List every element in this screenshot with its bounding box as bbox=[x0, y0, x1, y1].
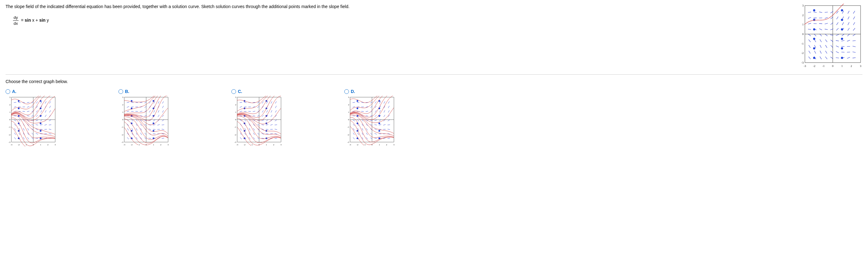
svg-text:1: 1 bbox=[841, 64, 843, 68]
svg-line-274 bbox=[145, 133, 146, 135]
svg-line-416 bbox=[271, 110, 272, 112]
svg-line-485 bbox=[366, 133, 368, 135]
svg-line-528 bbox=[384, 101, 385, 104]
svg-line-294 bbox=[153, 125, 156, 125]
eq-y: y bbox=[45, 18, 49, 23]
svg-text:1: 1 bbox=[9, 111, 10, 113]
choice-a: A. -3-3-2-2-1-100112233 bbox=[6, 89, 57, 147]
svg-line-396 bbox=[262, 120, 264, 121]
svg-line-86 bbox=[848, 22, 849, 25]
svg-line-95 bbox=[853, 22, 855, 25]
svg-line-205 bbox=[50, 110, 51, 112]
svg-line-268 bbox=[140, 119, 142, 121]
svg-line-36 bbox=[820, 51, 822, 54]
svg-line-515 bbox=[379, 119, 381, 121]
svg-line-289 bbox=[149, 106, 150, 108]
svg-line-19 bbox=[809, 45, 810, 48]
svg-point-547 bbox=[378, 130, 380, 132]
svg-line-284 bbox=[149, 129, 151, 130]
svg-line-352 bbox=[240, 115, 242, 116]
svg-line-270 bbox=[140, 111, 142, 112]
svg-text:-2: -2 bbox=[813, 64, 815, 68]
svg-line-203 bbox=[49, 119, 51, 121]
svg-text:3: 3 bbox=[860, 64, 862, 68]
choice-row: A. -3-3-2-2-1-100112233 B. -3-3-2-2-1-10… bbox=[6, 89, 862, 147]
svg-line-88 bbox=[848, 11, 849, 14]
radio-b[interactable] bbox=[119, 89, 123, 94]
svg-line-84 bbox=[847, 34, 849, 36]
svg-text:0: 0 bbox=[122, 118, 123, 121]
question-block: The slope field of the indicated differe… bbox=[6, 4, 791, 26]
svg-line-517 bbox=[379, 110, 381, 112]
svg-line-17 bbox=[809, 57, 810, 59]
svg-point-101 bbox=[841, 19, 843, 21]
radio-c[interactable] bbox=[231, 89, 236, 94]
svg-line-132 bbox=[14, 115, 17, 116]
radio-a[interactable] bbox=[6, 89, 10, 94]
svg-line-75 bbox=[842, 34, 844, 36]
svg-line-421 bbox=[275, 129, 277, 130]
svg-line-147 bbox=[23, 128, 25, 131]
svg-text:-2: -2 bbox=[347, 134, 349, 136]
svg-line-201 bbox=[49, 129, 51, 130]
svg-line-510 bbox=[375, 102, 376, 104]
svg-text:-2: -2 bbox=[122, 134, 123, 136]
svg-point-538 bbox=[356, 100, 359, 102]
radio-d[interactable] bbox=[344, 89, 349, 94]
svg-text:0: 0 bbox=[802, 32, 804, 36]
svg-line-423 bbox=[275, 119, 277, 121]
svg-line-427 bbox=[275, 101, 277, 104]
svg-text:1: 1 bbox=[348, 111, 349, 113]
svg-line-45 bbox=[825, 51, 827, 53]
svg-line-27 bbox=[814, 51, 816, 54]
slope-field-svg-a: -3-3-2-2-1-100112233 bbox=[6, 96, 57, 147]
svg-line-505 bbox=[374, 125, 377, 125]
svg-line-145 bbox=[23, 137, 25, 139]
svg-line-464 bbox=[353, 107, 355, 108]
svg-text:1: 1 bbox=[235, 111, 236, 113]
svg-line-393 bbox=[262, 133, 264, 134]
svg-text:-3: -3 bbox=[123, 143, 125, 146]
svg-text:1: 1 bbox=[379, 143, 380, 146]
svg-text:3: 3 bbox=[802, 4, 804, 7]
svg-line-382 bbox=[253, 102, 255, 103]
svg-text:-3: -3 bbox=[122, 141, 123, 143]
svg-line-164 bbox=[32, 133, 33, 135]
svg-line-128 bbox=[14, 133, 16, 135]
svg-line-91 bbox=[852, 46, 856, 47]
svg-text:-1: -1 bbox=[364, 143, 366, 146]
svg-line-308 bbox=[158, 101, 159, 104]
svg-text:-3: -3 bbox=[347, 141, 349, 143]
svg-line-503 bbox=[375, 133, 377, 134]
eq-x: x + bbox=[31, 18, 39, 23]
svg-point-545 bbox=[378, 123, 380, 124]
svg-line-525 bbox=[383, 115, 385, 117]
svg-line-72 bbox=[841, 52, 844, 52]
svg-line-54 bbox=[831, 51, 833, 53]
svg-line-144 bbox=[18, 102, 21, 103]
slope-field-svg-main: -3-3-2-2-1-100112233 bbox=[798, 4, 862, 69]
svg-line-506 bbox=[375, 120, 377, 121]
svg-line-243 bbox=[127, 111, 129, 112]
svg-text:2: 2 bbox=[47, 143, 49, 146]
svg-point-100 bbox=[813, 19, 815, 21]
svg-text:1: 1 bbox=[122, 111, 123, 113]
svg-line-523 bbox=[383, 125, 385, 126]
svg-line-349 bbox=[240, 128, 242, 131]
svg-text:3: 3 bbox=[55, 143, 56, 146]
svg-line-83 bbox=[847, 40, 850, 41]
svg-line-245 bbox=[127, 102, 129, 103]
svg-line-39 bbox=[820, 34, 822, 36]
svg-text:0: 0 bbox=[235, 118, 236, 121]
svg-line-43 bbox=[819, 12, 822, 12]
svg-point-105 bbox=[841, 38, 843, 40]
svg-text:-3: -3 bbox=[235, 141, 236, 143]
svg-line-477 bbox=[362, 128, 363, 131]
svg-text:0: 0 bbox=[9, 118, 10, 121]
svg-line-25 bbox=[808, 12, 811, 12]
svg-line-155 bbox=[28, 133, 29, 135]
svg-text:3: 3 bbox=[122, 96, 123, 99]
svg-line-317 bbox=[162, 101, 164, 104]
svg-text:2: 2 bbox=[160, 143, 161, 146]
svg-line-34 bbox=[813, 12, 817, 12]
